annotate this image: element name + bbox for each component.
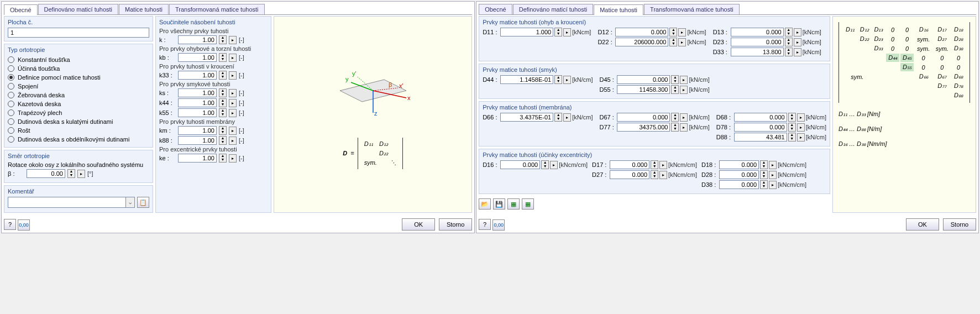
spinner[interactable]: ▲▼ [651, 160, 658, 169]
menu-btn[interactable]: ▸ [678, 38, 686, 46]
spinner[interactable]: ▲▼ [219, 98, 227, 107]
units-icon[interactable]: 0,00 [18, 219, 30, 231]
opt-konstantni[interactable]: Konstantní tloušťka [8, 55, 149, 64]
d77-input[interactable] [617, 123, 670, 132]
menu-btn[interactable]: ▸ [769, 171, 777, 179]
d45-input[interactable] [617, 75, 670, 84]
menu-btn[interactable]: ▸ [680, 76, 688, 84]
opt-ucinna[interactable]: Účinná tloušťka [8, 64, 149, 73]
menu-btn[interactable]: ▸ [563, 28, 571, 36]
beta-input[interactable] [27, 169, 65, 178]
opt-trapezovy[interactable]: Trapézový plech [8, 108, 149, 117]
help-icon[interactable]: ? [4, 219, 16, 230]
menu-btn[interactable]: ▸ [229, 109, 237, 117]
d88-input[interactable] [734, 133, 787, 142]
beta-spinner[interactable]: ▲▼ [67, 169, 75, 178]
tab-transformovana-r[interactable]: Transformovaná matice tuhosti [644, 4, 740, 14]
opt-spojeni[interactable]: Spojení [8, 82, 149, 91]
opt-definice-matice[interactable]: Definice pomocí matice tuhosti [8, 73, 149, 82]
opt-kazetova[interactable]: Kazetová deska [8, 100, 149, 108]
spinner[interactable]: ▲▼ [554, 28, 562, 36]
storno-button[interactable]: Storno [943, 218, 976, 231]
save-icon[interactable]: 💾 [493, 198, 505, 210]
opt-dutinova-obdel[interactable]: Dutinová deska s obdélníkovými dutinami [8, 135, 149, 144]
menu-btn[interactable]: ▸ [794, 38, 801, 46]
d44-input[interactable] [500, 75, 553, 84]
spinner[interactable]: ▲▼ [219, 71, 227, 80]
spinner[interactable]: ▲▼ [554, 113, 562, 122]
menu-btn[interactable]: ▸ [550, 161, 558, 169]
chevron-down-icon[interactable]: ⌵ [125, 197, 134, 207]
beta-menu[interactable]: ▸ [77, 170, 85, 178]
k44-input[interactable] [178, 98, 217, 107]
menu-btn[interactable]: ▸ [563, 113, 571, 122]
km-input[interactable] [178, 126, 217, 135]
menu-btn[interactable]: ▸ [680, 86, 688, 94]
spinner[interactable]: ▲▼ [219, 53, 227, 62]
tab-obecne-r[interactable]: Obecné [479, 4, 512, 14]
tab-obecne[interactable]: Obecné [4, 4, 38, 15]
menu-btn[interactable]: ▸ [229, 99, 237, 107]
plocha-input[interactable] [8, 28, 149, 38]
menu-btn[interactable]: ▸ [797, 123, 805, 132]
export-excel-icon[interactable]: ▦ [522, 198, 534, 210]
d11-input[interactable] [500, 28, 553, 36]
d12-input[interactable] [615, 28, 668, 36]
menu-btn[interactable]: ▸ [229, 71, 237, 80]
menu-btn[interactable]: ▸ [680, 113, 688, 122]
spinner[interactable]: ▲▼ [651, 170, 658, 179]
menu-btn[interactable]: ▸ [229, 89, 237, 97]
tab-def-matici-r[interactable]: Definováno maticí tuhosti [513, 4, 594, 14]
storno-button[interactable]: Storno [439, 218, 472, 231]
kb-input[interactable] [178, 53, 217, 62]
spinner[interactable]: ▲▼ [219, 108, 227, 117]
spinner[interactable]: ▲▼ [788, 133, 796, 142]
d38-input[interactable] [719, 180, 759, 189]
opt-dutinova-kulate[interactable]: Dutinová deska s kulatými dutinami [8, 117, 149, 126]
import-excel-icon[interactable]: ▦ [507, 198, 520, 210]
d13-input[interactable] [731, 28, 784, 36]
d78-input[interactable] [734, 123, 787, 132]
menu-btn[interactable]: ▸ [769, 181, 777, 189]
menu-btn[interactable]: ▸ [769, 161, 777, 169]
d28-input[interactable] [719, 170, 759, 179]
spinner[interactable]: ▲▼ [785, 28, 793, 36]
spinner[interactable]: ▲▼ [219, 88, 227, 97]
menu-btn[interactable]: ▸ [678, 28, 686, 36]
spinner[interactable]: ▲▼ [219, 35, 227, 44]
spinner[interactable]: ▲▼ [760, 160, 768, 169]
ok-button[interactable]: OK [402, 218, 435, 231]
ke-input[interactable] [178, 154, 217, 163]
spinner[interactable]: ▲▼ [541, 160, 549, 169]
menu-btn[interactable]: ▸ [794, 28, 801, 36]
k55-input[interactable] [178, 108, 217, 117]
spinner[interactable]: ▲▼ [669, 38, 677, 46]
tab-matice[interactable]: Matice tuhosti [119, 4, 169, 14]
k-input[interactable] [178, 35, 217, 44]
menu-btn[interactable]: ▸ [797, 113, 805, 122]
spinner[interactable]: ▲▼ [669, 28, 677, 36]
opt-zebrovana[interactable]: Žebrovaná deska [8, 91, 149, 100]
menu-btn[interactable]: ▸ [659, 171, 667, 179]
tab-transformovana[interactable]: Transformovaná matice tuhosti [169, 4, 265, 14]
spinner[interactable]: ▲▼ [671, 123, 679, 132]
d27-input[interactable] [610, 170, 649, 179]
spinner[interactable]: ▲▼ [785, 38, 793, 46]
menu-btn[interactable]: ▸ [229, 137, 237, 145]
menu-btn[interactable]: ▸ [659, 161, 667, 169]
menu-btn[interactable]: ▸ [229, 127, 237, 135]
spinner[interactable]: ▲▼ [671, 75, 679, 84]
d16-input[interactable] [500, 160, 540, 169]
tab-def-matici[interactable]: Definováno maticí tuhosti [38, 4, 119, 14]
spinner[interactable]: ▲▼ [760, 170, 768, 179]
spinner[interactable]: ▲▼ [760, 180, 768, 189]
d68-input[interactable] [734, 113, 787, 122]
units-icon[interactable]: 0,00 [492, 219, 505, 231]
opt-rost[interactable]: Rošt [8, 126, 149, 135]
ok-button[interactable]: OK [906, 218, 939, 231]
ks-input[interactable] [178, 88, 217, 97]
d23-input[interactable] [731, 38, 784, 46]
menu-btn[interactable]: ▸ [797, 133, 805, 142]
spinner[interactable]: ▲▼ [219, 126, 227, 135]
spinner[interactable]: ▲▼ [788, 113, 796, 122]
